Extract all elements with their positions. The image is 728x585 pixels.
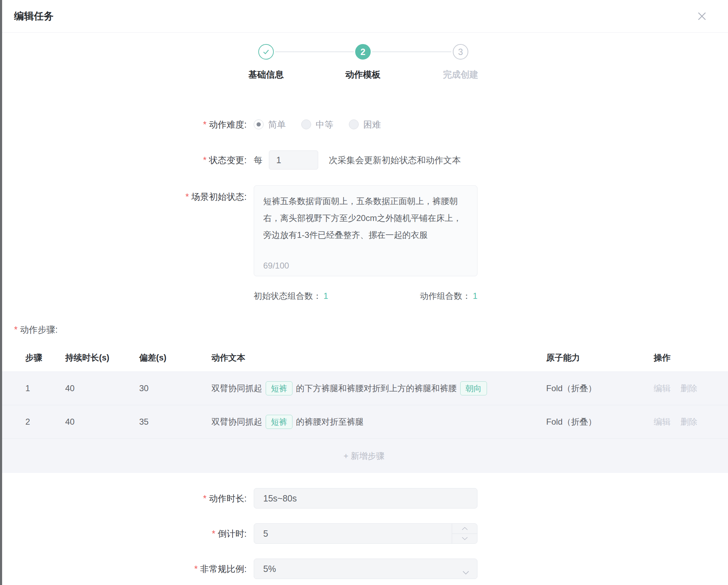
action-duration-row: *动作时长: 15s~80s — [0, 488, 728, 509]
step-action-text: 双臂协同抓起 短裤 的下方裤腿和裤腰对折到上方的裤腿和裤腰 朝向 — [211, 381, 546, 395]
dialog-header: 编辑任务 — [0, 0, 728, 33]
step-ability: Fold（折叠） — [546, 383, 654, 394]
object-tag: 短裤 — [266, 381, 292, 395]
state-change-input[interactable]: 1 — [269, 150, 318, 170]
unusual-ratio-select[interactable]: 5% — [254, 559, 477, 579]
unusual-ratio-value: 5% — [263, 564, 276, 574]
modal-overlay-edge — [0, 0, 2, 585]
required-mark: * — [194, 564, 198, 574]
action-text-segment: 的下方裤腿和裤腰对折到上方的裤腿和裤腰 — [296, 383, 457, 394]
initial-state-row: *场景初始状态: 短裤五条数据背面朝上，五条数据正面朝上，裤腰朝右，离头部视野下… — [0, 185, 728, 276]
col-header-offset: 偏差(s) — [139, 352, 211, 363]
step-operations: 编辑 删除 — [654, 383, 728, 394]
step-number: 2 — [0, 417, 65, 427]
action-duration-input[interactable]: 15s~80s — [254, 488, 477, 509]
radio-option-medium[interactable]: 中等 — [301, 119, 333, 130]
decrement-button[interactable] — [452, 534, 477, 544]
step-ability: Fold（折叠） — [546, 416, 654, 427]
state-change-label: *状态变更: — [0, 154, 247, 166]
difficulty-row: *动作难度: 简单 中等 困难 — [0, 118, 728, 131]
state-change-prefix: 每 — [254, 154, 263, 166]
action-combos: 动作组合数： 1 — [420, 291, 477, 301]
close-icon[interactable] — [696, 10, 708, 23]
col-header-duration: 持续时长(s) — [65, 352, 139, 363]
delete-button[interactable]: 删除 — [680, 383, 697, 394]
radio-dot-icon — [349, 119, 359, 129]
number-stepper — [452, 524, 477, 543]
step-1-indicator — [258, 44, 274, 60]
state-change-control: 每 1 次采集会更新初始状态和动作文本 — [254, 150, 461, 170]
radio-option-hard[interactable]: 困难 — [349, 119, 381, 130]
required-mark: * — [203, 493, 206, 503]
increment-button[interactable] — [452, 524, 477, 534]
edit-button[interactable]: 编辑 — [654, 383, 671, 394]
state-change-row: *状态变更: 每 1 次采集会更新初始状态和动作文本 — [0, 150, 728, 170]
char-counter: 69/100 — [263, 260, 289, 271]
required-mark: * — [185, 192, 189, 202]
initial-combos-label: 初始状态组合数： — [254, 290, 321, 302]
col-header-step: 步骤 — [0, 352, 65, 363]
orientation-tag: 朝向 — [460, 381, 487, 395]
countdown-label: *倒计时: — [0, 527, 247, 540]
countdown-input[interactable]: 5 — [254, 523, 477, 544]
difficulty-label: *动作难度: — [0, 118, 247, 131]
step-duration: 40 — [65, 383, 139, 393]
action-combos-value: 1 — [473, 291, 477, 301]
state-change-suffix: 次采集会更新初始状态和动作文本 — [329, 154, 461, 166]
initial-state-text: 短裤五条数据背面朝上，五条数据正面朝上，裤腰朝右，离头部视野下方至少20cm之外… — [263, 196, 462, 240]
countdown-row: *倒计时: 5 — [0, 523, 728, 544]
dialog-title: 编辑任务 — [0, 0, 728, 32]
step-operations: 编辑 删除 — [654, 416, 728, 427]
initial-combos-value: 1 — [323, 291, 328, 301]
check-icon — [262, 48, 270, 56]
step-2-indicator: 2 — [355, 44, 371, 60]
step-3-number: 3 — [458, 47, 463, 57]
table-row: 1 40 30 双臂协同抓起 短裤 的下方裤腿和裤腰对折到上方的裤腿和裤腰 朝向… — [0, 372, 728, 405]
initial-state-textarea[interactable]: 短裤五条数据背面朝上，五条数据正面朝上，裤腰朝右，离头部视野下方至少20cm之外… — [254, 185, 477, 276]
chevron-up-icon — [462, 527, 468, 530]
action-text-segment: 双臂协同抓起 — [211, 416, 262, 427]
initial-state-label: *场景初始状态: — [0, 185, 247, 203]
chevron-down-icon — [462, 537, 468, 540]
action-duration-label: *动作时长: — [0, 492, 247, 505]
step-1-label: 基础信息 — [227, 68, 305, 81]
required-mark: * — [203, 155, 206, 165]
initial-state-control: 短裤五条数据背面朝上，五条数据正面朝上，裤腰朝右，离头部视野下方至少20cm之外… — [254, 185, 477, 276]
required-mark: * — [203, 119, 206, 129]
radio-dot-icon — [301, 119, 311, 129]
col-header-ability: 原子能力 — [546, 352, 654, 363]
table-row: 2 40 35 双臂协同抓起 短裤 的裤腰对折至裤腿 Fold（折叠） 编辑 删… — [0, 405, 728, 439]
required-mark: * — [212, 529, 215, 538]
radio-dot-icon — [254, 119, 264, 129]
step-duration: 40 — [65, 417, 139, 427]
countdown-value: 5 — [263, 529, 268, 539]
edit-button[interactable]: 编辑 — [654, 416, 671, 427]
unusual-ratio-label: *非常规比例: — [0, 562, 247, 575]
add-step-button[interactable]: + 新增步骤 — [0, 439, 728, 473]
action-text-segment: 的裤腰对折至裤腿 — [296, 416, 364, 427]
chevron-down-icon — [462, 567, 469, 577]
step-connector — [372, 51, 451, 52]
step-3-label: 完成创建 — [422, 68, 499, 81]
radio-label: 简单 — [268, 119, 286, 130]
action-combos-label: 动作组合数： — [420, 290, 471, 302]
step-offset: 35 — [139, 417, 211, 427]
edit-task-dialog: 编辑任务 2 3 基础信息 动作模板 完成创建 *动作难度: — [0, 0, 728, 579]
step-3-indicator: 3 — [453, 44, 468, 60]
action-text-segment: 双臂协同抓起 — [211, 383, 262, 394]
step-number: 1 — [0, 383, 65, 393]
step-offset: 30 — [139, 383, 211, 393]
radio-option-simple[interactable]: 简单 — [254, 119, 286, 130]
steps-table-header: 步骤 持续时长(s) 偏差(s) 动作文本 原子能力 操作 — [0, 344, 728, 372]
combination-counts-row: 初始状态组合数： 1 动作组合数： 1 — [254, 291, 477, 301]
radio-label: 困难 — [363, 119, 381, 130]
radio-label: 中等 — [316, 119, 333, 130]
col-header-action-text: 动作文本 — [211, 352, 546, 363]
step-connector — [275, 51, 354, 52]
delete-button[interactable]: 删除 — [680, 416, 697, 427]
step-2-number: 2 — [360, 47, 365, 57]
action-steps-label: *动作步骤: — [14, 323, 728, 336]
required-mark: * — [14, 325, 18, 334]
difficulty-radio-group: 简单 中等 困难 — [254, 119, 396, 130]
object-tag: 短裤 — [266, 415, 292, 429]
